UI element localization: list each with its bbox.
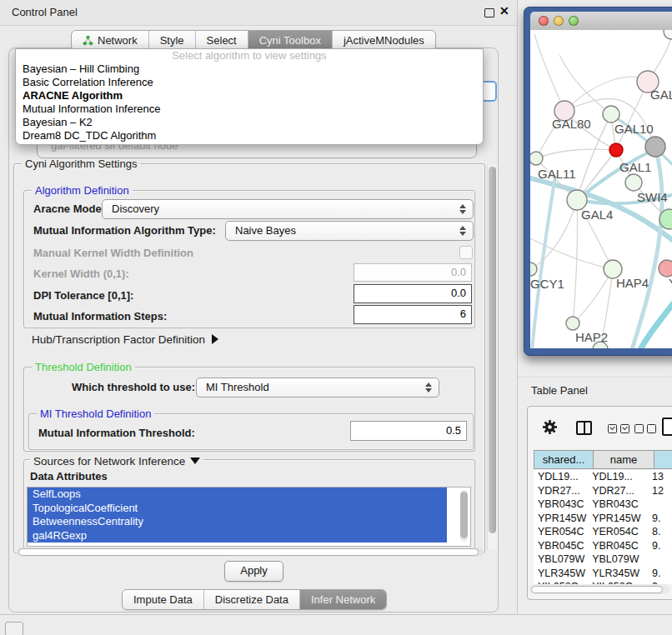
data-attributes-list[interactable]: SelfLoopsTopologicalCoefficientBetweenne… [27, 487, 471, 547]
algorithm-option-aracne-algorithm[interactable]: ARACNE Algorithm [16, 89, 483, 102]
table-row[interactable]: YLR345WYLR345W9. [534, 567, 672, 581]
table-cell: YBL079W [534, 552, 589, 567]
attr-list-scrollbar-thumb[interactable] [460, 492, 468, 538]
settings-horizontal-thumb[interactable] [18, 548, 479, 556]
attr-list-scrollbar[interactable] [460, 490, 468, 542]
table-row[interactable]: YDL19...YDL19...13 [534, 470, 672, 484]
algorithm-option-mutual-information-inference[interactable]: Mutual Information Inference [16, 102, 483, 116]
mi-threshold-label: Mutual Information Threshold: [38, 427, 195, 439]
close-traffic-light-icon[interactable] [539, 16, 549, 26]
column-header-shared[interactable]: shared... [534, 451, 593, 468]
algorithm-option-dream8-dc-tdc-algorithm[interactable]: Dream8 DC_TDC Algorithm [16, 129, 483, 142]
float-window-icon[interactable] [484, 8, 494, 18]
settings-horizontal-scrollbar[interactable] [17, 548, 484, 557]
which-threshold-combo[interactable]: MI Threshold [196, 378, 439, 398]
table-cell: 12 [648, 484, 672, 498]
table-cell: YLR345W [534, 567, 589, 581]
table-cell: YBR045C [534, 539, 589, 553]
network-canvas[interactable]: GALGAL80GAL10GAL11GAL1GAL4SWI4GCY1HAP4YH… [530, 30, 672, 348]
corner-grip-button[interactable] [5, 622, 23, 635]
data-attribute-option[interactable]: SelfLoops [28, 488, 447, 502]
table-row[interactable]: YBR043CYBR043C [534, 498, 672, 512]
column-header-2[interactable] [654, 451, 672, 468]
data-attribute-option[interactable]: BetweennessCentrality [28, 515, 447, 529]
data-attribute-option[interactable]: gal4RGexp [28, 529, 447, 543]
network-edge [536, 149, 616, 158]
table-cell: YDL19... [589, 470, 648, 484]
collapse-down-icon [190, 458, 200, 464]
column-header-name[interactable]: name [593, 451, 654, 468]
mi-steps-label: Mutual Information Steps: [33, 310, 167, 322]
aracne-mode-combo[interactable]: Discovery [102, 199, 474, 219]
data-attribute-option[interactable]: TopologicalCoefficient [28, 502, 447, 516]
tab-select[interactable]: Select [195, 31, 248, 50]
network-node-hap2[interactable] [566, 317, 579, 330]
tab-jactivemnodules[interactable]: jActiveMNodules [332, 31, 435, 50]
document-icon[interactable] [662, 418, 672, 436]
network-node[interactable] [664, 30, 672, 39]
sources-expander[interactable]: Sources for Network Inference [30, 453, 203, 468]
mi-steps-field[interactable]: 6 [354, 305, 472, 324]
tab-infer-network[interactable]: Infer Network [299, 590, 386, 609]
expand-right-icon [212, 334, 218, 344]
stepper-arrows-icon [425, 382, 431, 393]
tab-style[interactable]: Style [148, 31, 195, 50]
application-window: Control Panel ✕ gal-filtered sif default… [0, 0, 672, 635]
hub-definition-expander[interactable]: Hub/Transcription Factor Definition [32, 332, 218, 347]
mi-algorithm-type-combo[interactable]: Naive Bayes [225, 221, 474, 241]
mi-threshold-field[interactable]: 0.5 [350, 421, 467, 441]
cyni-algorithm-settings-title: Cyni Algorithm Settings [22, 158, 140, 170]
dpi-tolerance-field[interactable]: 0.0 [354, 284, 472, 303]
kernel-width-field[interactable]: 0.0 [354, 263, 472, 282]
zoom-traffic-light-icon[interactable] [569, 16, 579, 26]
unchecked-pair-icon[interactable] [634, 424, 656, 433]
algorithm-definition-title: Algorithm Definition [32, 184, 133, 197]
checked-pair-icon[interactable] [608, 424, 629, 433]
tab-network[interactable]: Network [72, 31, 148, 50]
hub-definition-label: Hub/Transcription Factor Definition [32, 333, 205, 346]
algorithm-dropdown-placeholder: Select algorithm to view settings [16, 49, 483, 62]
manual-kernel-width-label: Manual Kernel Width Definition [33, 247, 193, 259]
table-cell: YDR27... [534, 484, 589, 498]
algorithm-option-bayesian-k2[interactable]: Bayesian – K2 [16, 116, 483, 129]
network-node-gal10[interactable] [603, 106, 619, 122]
panel-bottom-divider [0, 614, 672, 615]
tab-impute-data[interactable]: Impute Data [123, 590, 203, 609]
network-node-y[interactable] [659, 260, 672, 277]
network-edge [573, 269, 613, 323]
network-edge [573, 200, 578, 323]
table-row[interactable]: YER054CYER054C8. [534, 525, 672, 539]
manual-kernel-width-checkbox[interactable] [459, 246, 473, 259]
close-icon[interactable]: ✕ [499, 4, 509, 18]
network-node-label: GAL11 [538, 167, 576, 181]
table-cell: YBR043C [534, 498, 589, 512]
kernel-width-label: Kernel Width (0,1): [33, 268, 129, 280]
settings-scrollbar-thumb[interactable] [489, 167, 496, 533]
tab-label: Select [207, 34, 237, 47]
tab-cyni-toolbox[interactable]: Cyni Toolbox [248, 31, 332, 50]
table-row[interactable]: YBR045CYBR045C9. [534, 539, 672, 553]
table-row[interactable]: YPR145WYPR145W9. [534, 512, 672, 526]
table-row[interactable]: YDR27...YDR27...12 [534, 484, 672, 498]
algorithm-option-bayesian-hill-climbing[interactable]: Bayesian – Hill Climbing [16, 62, 483, 76]
minimize-traffic-light-icon[interactable] [554, 16, 564, 26]
columns-icon[interactable] [576, 421, 592, 435]
network-node-label: GCY1 [530, 277, 564, 291]
network-node-gcy1[interactable] [530, 262, 537, 276]
network-window-titlebar[interactable] [530, 12, 672, 31]
table-horizontal-thumb[interactable] [531, 586, 663, 593]
tab-discretize-data[interactable]: Discretize Data [203, 590, 299, 609]
network-node-gal11[interactable] [530, 152, 543, 165]
bottom-tabbar: Impute DataDiscretize DataInfer Network [122, 589, 387, 610]
network-node[interactable] [645, 137, 665, 157]
network-node-gal1[interactable] [625, 174, 642, 191]
network-node[interactable] [609, 143, 623, 157]
algorithm-option-basic-correlation-inference[interactable]: Basic Correlation Inference [16, 76, 483, 89]
mi-algorithm-type-value: Naive Bayes [235, 224, 296, 237]
table-horizontal-scrollbar[interactable] [529, 584, 669, 594]
apply-button[interactable]: Apply [224, 561, 283, 582]
table-row[interactable]: YBL079WYBL079W [534, 552, 672, 567]
table-cell: 8. [648, 525, 672, 539]
algorithm-dropdown-list: Select algorithm to view settings Bayesi… [15, 48, 484, 145]
gear-icon[interactable] [542, 419, 558, 435]
